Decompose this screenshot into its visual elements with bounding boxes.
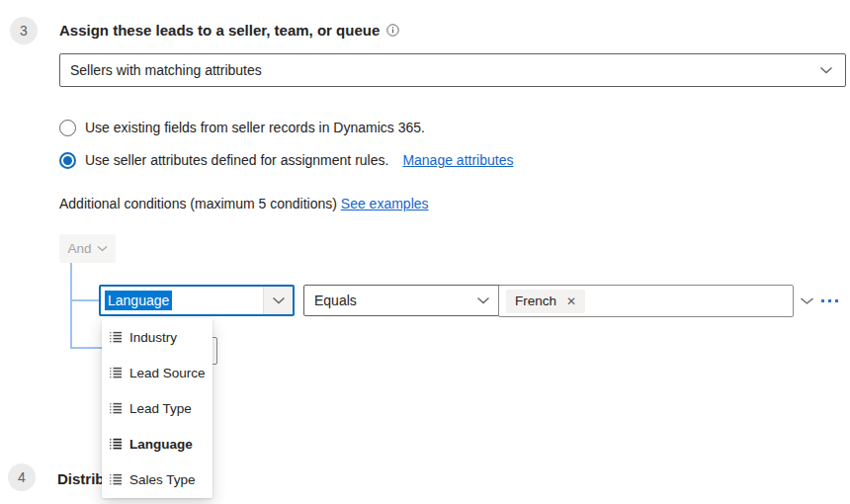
- attribute-combobox-dropdown-button[interactable]: [263, 287, 293, 314]
- attribute-combobox[interactable]: Language: [99, 285, 295, 316]
- info-icon[interactable]: [386, 24, 399, 37]
- dropdown-item-label: Industry: [129, 330, 177, 345]
- tree-connector-vertical: [70, 263, 72, 349]
- radio-existing-fields[interactable]: Use existing fields from seller records …: [59, 119, 425, 136]
- assignment-rule-panel: 3 Assign these leads to a seller, team, …: [0, 0, 850, 504]
- additional-conditions-label: Additional conditions (maximum 5 conditi…: [59, 196, 341, 211]
- bulleted-list-icon: [109, 437, 123, 451]
- step-4-number: 4: [18, 469, 26, 485]
- dropdown-item-industry[interactable]: Industry: [102, 319, 212, 355]
- attribute-dropdown-list: Industry Lead Source Lead Type Language …: [102, 318, 212, 498]
- attribute-combobox-value: Language: [105, 291, 172, 310]
- chevron-down-icon: [97, 245, 108, 253]
- chevron-down-icon: [272, 295, 286, 305]
- step-3-number: 3: [20, 23, 28, 39]
- value-field-chevron-down-icon[interactable]: [800, 295, 814, 306]
- dropdown-item-label: Sales Type: [129, 472, 196, 487]
- value-chip: French ✕: [506, 290, 585, 313]
- bulleted-list-icon: [109, 401, 123, 415]
- see-examples-link[interactable]: See examples: [341, 196, 429, 211]
- bulleted-list-icon: [109, 472, 123, 486]
- dismiss-icon[interactable]: ✕: [566, 294, 576, 308]
- value-multiselect-field[interactable]: French ✕: [498, 285, 794, 317]
- step-3-header: Assign these leads to a seller, team, or…: [59, 22, 399, 39]
- value-chip-label: French: [515, 294, 556, 308]
- step-3-title: Assign these leads to a seller, team, or…: [59, 22, 380, 39]
- more-options-icon[interactable]: [821, 299, 838, 302]
- radio-selected-icon: [59, 152, 76, 169]
- group-operator-button[interactable]: And: [59, 234, 116, 263]
- radio-seller-attributes[interactable]: Use seller attributes defined for assign…: [59, 151, 513, 169]
- group-operator-label: And: [67, 241, 91, 256]
- radio-seller-attributes-label: Use seller attributes defined for assign…: [85, 152, 388, 168]
- bulleted-list-icon: [109, 330, 123, 344]
- dropdown-item-label: Lead Source: [129, 366, 206, 380]
- dropdown-item-lead-source[interactable]: Lead Source: [102, 355, 212, 390]
- step-4-badge: 4: [8, 463, 36, 491]
- dropdown-item-label: Lead Type: [129, 401, 192, 416]
- radio-unselected-icon: [59, 120, 76, 136]
- chevron-down-icon: [476, 295, 490, 305]
- manage-attributes-link[interactable]: Manage attributes: [402, 152, 513, 168]
- radio-existing-fields-label: Use existing fields from seller records …: [85, 120, 425, 135]
- dropdown-item-label: Language: [129, 437, 193, 452]
- additional-conditions-row: Additional conditions (maximum 5 conditi…: [59, 196, 429, 211]
- dropdown-item-language[interactable]: Language: [102, 426, 212, 462]
- bulleted-list-icon: [109, 366, 123, 379]
- step-3-badge: 3: [10, 17, 38, 44]
- assign-to-select-value: Sellers with matching attributes: [70, 62, 262, 78]
- tree-connector-branch-1: [71, 299, 99, 301]
- dropdown-item-lead-type[interactable]: Lead Type: [102, 390, 212, 426]
- dropdown-item-sales-type[interactable]: Sales Type: [102, 462, 212, 497]
- assign-to-select[interactable]: Sellers with matching attributes: [59, 53, 846, 87]
- chevron-down-icon: [819, 65, 833, 75]
- operator-combobox-value: Equals: [314, 293, 357, 308]
- operator-combobox[interactable]: Equals: [303, 285, 502, 316]
